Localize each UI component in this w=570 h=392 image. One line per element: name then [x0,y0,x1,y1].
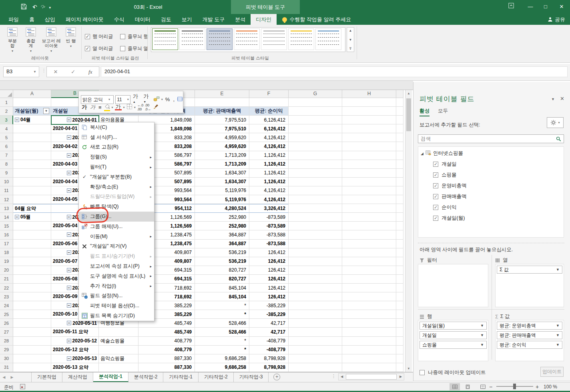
empty-cell[interactable] [396,363,403,372]
empty-cell[interactable] [342,222,396,230]
macro-record-icon[interactable] [20,384,25,389]
empty-cell[interactable] [342,240,396,248]
menu-item-17[interactable]: i필드 설정(N)... [79,291,154,301]
undo-icon[interactable]: ↶▾ [32,3,35,12]
empty-cell[interactable] [396,319,403,328]
ribbon-tab-홈[interactable]: 홈 [24,14,40,25]
percent-style-button[interactable]: % [165,96,171,102]
field-item-개설일[interactable]: ✓개설일 [433,161,564,168]
column-header-E[interactable]: E [195,90,249,98]
cell-A17[interactable] [13,240,51,248]
cell-E20[interactable]: 820,727 [195,266,249,275]
empty-cell[interactable] [289,301,342,310]
collapse-button-icon[interactable]: − [67,356,71,361]
horizontal-scroll-thumb[interactable] [346,374,397,380]
cell-A27[interactable] [13,328,51,336]
gallery-down-icon[interactable]: ▼ [349,38,352,42]
empty-cell[interactable] [396,142,403,151]
ribbon-tab-데이터[interactable]: 데이터 [130,14,156,25]
cell-F15[interactable]: -873,589 [249,222,289,230]
field-item-쇼핑몰[interactable]: ✓쇼핑몰 [433,172,564,178]
cell-F31[interactable]: 8,798,928 [249,363,289,372]
tab-scroll-splitter[interactable]: ⋮ [331,374,336,379]
cell-A18[interactable] [13,248,51,257]
empty-cell[interactable] [342,186,396,195]
view-break-icon[interactable] [478,383,488,390]
cell-F12[interactable]: 4,126,412 [249,195,289,204]
empty-cell[interactable] [396,248,403,257]
update-button[interactable]: 업데이트 [540,367,564,377]
chip-dropdown-icon[interactable]: ▼ [480,343,484,347]
confirm-entry-icon[interactable]: ✓ [71,69,75,75]
autofit-button[interactable] [177,96,183,103]
empty-cell[interactable] [396,222,403,230]
cell-A13[interactable]: 04월 요약 [13,204,51,213]
cell-E10[interactable]: 1,634,307 [195,178,249,186]
filter-area-box[interactable] [418,264,488,307]
column-header-H[interactable]: H [342,90,396,98]
empty-cell[interactable] [289,292,342,301]
empty-cell[interactable] [342,195,396,204]
row-header-29[interactable]: 29 [0,346,13,354]
borders-dropdown-icon[interactable]: ▾ [134,106,136,109]
ribbon-button-보고서레이아웃[interactable]: 보고서 레 이아웃▾ [40,27,62,54]
pivot-style-swatch-4[interactable] [234,28,260,50]
row-header-20[interactable]: 20 [0,266,13,275]
new-sheet-button[interactable]: + [273,374,280,380]
cell-F8[interactable]: 1,126,412 [249,160,289,169]
cell-F1[interactable] [249,98,289,107]
collapse-button-icon[interactable]: − [67,250,71,255]
chip-dropdown-icon[interactable]: ▼ [480,333,484,337]
ribbon-button-총합계[interactable]: 총합 계▾ [22,27,39,54]
area-chip-평균:판매매출액[interactable]: 평균: 판매매출액▼ [497,331,562,339]
panel-close-icon[interactable]: ✕ [560,96,564,102]
cell-A3[interactable]: −04월 [13,116,51,124]
undo-dropdown-icon[interactable]: ▾ [34,6,35,10]
row-header-22[interactable]: 22 [0,284,13,292]
empty-cell[interactable] [396,275,403,284]
cell-F14[interactable]: -873,589 [249,213,289,222]
cell-E23[interactable]: 845,104 [195,292,249,301]
sheet-tab-분석작업-1[interactable]: 분석작업-1 [93,372,128,382]
empty-cell[interactable] [396,98,403,107]
scroll-left-icon[interactable]: ◀ [339,374,345,380]
increase-decimal-button[interactable]: ←.0.00 [137,103,143,111]
tab-all-fields[interactable]: 모두 [438,108,448,114]
empty-cell[interactable] [289,284,342,292]
zoom-slider-thumb[interactable] [513,384,516,389]
cell-B31[interactable]: 2020-05-13 요약 [51,363,99,372]
cell-A29[interactable] [13,346,51,354]
cell-E11[interactable]: 5,119,976 [195,186,249,195]
cell-A25[interactable] [13,310,51,319]
row-header-13[interactable]: 13 [0,204,13,213]
column-header-sliver[interactable] [396,90,403,98]
row-header-30[interactable]: 30 [0,354,13,363]
empty-cell[interactable] [396,178,403,186]
cell-A6[interactable] [13,142,51,151]
empty-cell[interactable] [396,240,403,248]
scroll-down-icon[interactable]: ▼ [405,367,412,370]
tell-me-box[interactable]: 수행할 작업을 알려 주세요 [277,14,357,25]
cell-E30[interactable]: 9,686,258 [195,354,249,363]
row-header-12[interactable]: 12 [0,195,13,204]
cell-B27[interactable]: 2020-05-11 요약 [51,328,99,336]
field-checkbox-icon[interactable]: ✓ [433,183,438,188]
ribbon-tab-분석[interactable]: 분석 [230,14,251,25]
menu-item-7[interactable]: 드릴다운/드릴업(W)▸ [79,192,154,202]
ribbon-button-부분합[interactable]: 부분 합▾ [4,27,21,54]
collapse-button-icon[interactable]: − [67,286,71,290]
row-header-24[interactable]: 24 [0,301,13,310]
empty-cell[interactable] [396,257,403,266]
cell-E1[interactable] [195,98,249,107]
cell-F18[interactable]: 126,412 [249,248,289,257]
row-header-26[interactable]: 26 [0,319,13,328]
empty-cell[interactable] [396,186,403,195]
cell-E25[interactable]: * [195,310,249,319]
chip-dropdown-icon[interactable]: ▼ [480,324,484,328]
empty-cell[interactable] [289,240,342,248]
collapse-button-icon[interactable]: − [67,215,71,219]
empty-cell[interactable] [289,337,342,346]
ribbon-tab-디자인[interactable]: 디자인 [251,14,277,25]
empty-cell[interactable] [396,107,403,116]
view-layout-icon[interactable] [462,383,473,390]
